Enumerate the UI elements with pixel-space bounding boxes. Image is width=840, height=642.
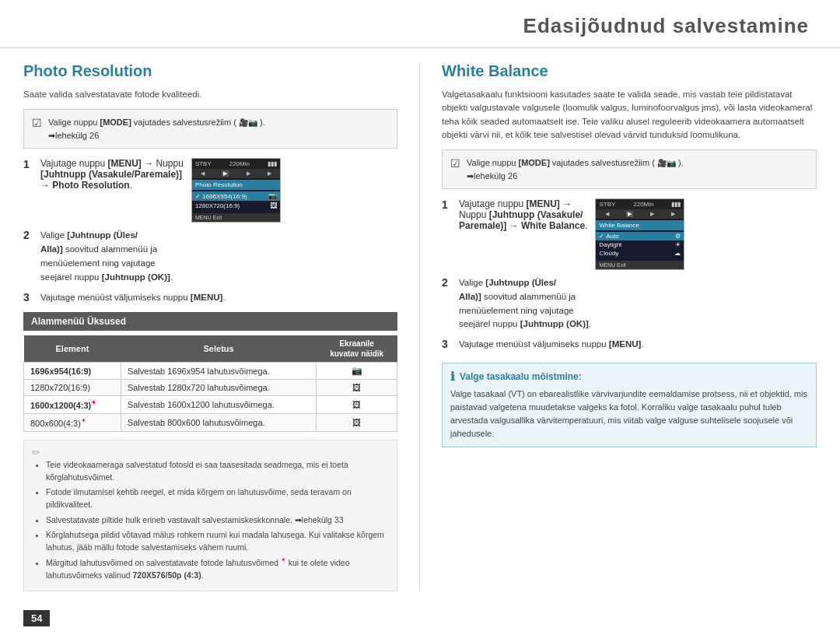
th-seletus: Seletus (121, 335, 316, 363)
camera-screen-photo-res: STBY 220Min ▮▮▮ ◀ ▶ ▶ ▶ Phot (191, 158, 281, 223)
checkmark-icon-right: ☑ (450, 157, 460, 170)
table-row: 1280x720(16:9) Salvestab 1280x720 lahutu… (24, 380, 397, 396)
wb-cam-menu-4: ▶ (671, 211, 675, 217)
td-seletus-1: Salvestab 1696x954 lahutusvõimega. (121, 363, 316, 380)
wb-step-3-num: 3 (442, 338, 453, 350)
submenu-heading: Alammenüü Üksused (23, 312, 397, 331)
wb-step-2: 2 Valige [Juhtnupp (Üles/ Alla)] soovitu… (442, 276, 817, 332)
cam-content: Photo Resolution ✓ 1696X954(16:9) 📷 1280… (192, 178, 280, 212)
left-note-text: Valige nuppu [MODE] vajutades salvestusr… (48, 116, 265, 142)
photo-resolution-title: Photo Resolution (23, 62, 397, 80)
bullet-item: Märgitud lahutusvõimed on salvestatavate… (46, 556, 389, 581)
wb-cam-menu-2: ▶ (626, 211, 633, 217)
bullet-notes: ✏ Teie videokaameraga salvestatud fotosi… (23, 440, 397, 591)
bullet-item: Kõrglahutsega pildid võtavad mälus rohke… (46, 528, 389, 554)
wb-cam-top-bar: STBY 220Min ▮▮▮ (596, 199, 684, 209)
white-balance-intro: Valgetasakaalu funktsiooni kasutades saa… (442, 88, 817, 142)
wb-cam-menu-3: ▶ (650, 211, 654, 217)
wb-cam-time: 220Min (633, 201, 653, 208)
wb-step-2-text: Valige [Juhtnupp (Üles/ Alla)] soovitud … (459, 276, 817, 332)
cam-option-1280: 1280X720(16:9) 🖼 (192, 201, 280, 210)
left-steps: 1 Vajutage nuppu [MENU] → Nuppu [Juhtnup… (23, 158, 397, 304)
wb-step-1: 1 Vajutage nuppu [MENU] → Nuppu [Juhtnup… (442, 198, 817, 270)
cam-time: 220Min (229, 160, 250, 167)
resolution-table: Element Seletus Ekraanilekuvatav näidik … (23, 335, 397, 431)
cam-option-1696: ✓ 1696X954(16:9) 📷 (192, 191, 280, 201)
wb-step-1-num: 1 (442, 198, 453, 211)
wb-step-3-text: Vajutage menüüst väljumiseks nuppu [MENU… (459, 338, 817, 352)
left-note-box: ☑ Valige nuppu [MODE] vajutades salvestu… (23, 109, 397, 149)
td-icon-4: 🖼 (317, 413, 397, 431)
wb-step-2-num: 2 (442, 276, 453, 289)
table-row: 800x600(4:3)✶ Salvestab 800x600 lahutusv… (24, 413, 397, 431)
right-note-box: ☑ Valige nuppu [MODE] vajutades salvestu… (442, 149, 817, 189)
col-left: Photo Resolution Saate valida salvestata… (23, 62, 420, 591)
th-element: Element (24, 335, 121, 363)
wb-cam-battery: ▮▮▮ (671, 201, 681, 208)
bullet-item: Teie videokaameraga salvestatud fotosid … (46, 458, 389, 484)
wb-cam-label: White Balance (596, 220, 684, 230)
cam-label-photo-res: Photo Resolution (192, 180, 280, 190)
bullet-list: Teie videokaameraga salvestatud fotosid … (46, 458, 389, 582)
white-balance-title: White Balance (442, 62, 817, 80)
col-right: White Balance Valgetasakaalu funktsiooni… (420, 62, 817, 591)
wb-option-cloudy: Cloudy ☁ (596, 249, 684, 258)
info-icon: ℹ (450, 370, 455, 384)
th-ekraan: Ekraanilekuvatav näidik (317, 335, 397, 363)
td-seletus-3: Salvestab 1600x1200 lahutusvõimega. (121, 396, 316, 414)
step-2: 2 Valige [Juhtnupp (Üles/ Alla)] soovitu… (23, 229, 397, 284)
wb-cam-content: White Balance ✓ Auto ⚙ Daylight ☀ (596, 219, 684, 259)
wb-cam-menu-bar: ◀ ▶ ▶ ▶ (596, 209, 684, 219)
note-icon: ✏ (32, 447, 40, 458)
step-1-content-wrap: Vajutage nuppu [MENU] → Nuppu [Juhtnupp … (40, 158, 281, 223)
td-element-1: 1696x954(16:9) (24, 363, 121, 380)
wb-cam-menu-1: ◀ (605, 211, 609, 217)
cam-exit: MENU Exit (192, 213, 280, 222)
wb-step-3: 3 Vajutage menüüst väljumiseks nuppu [ME… (442, 338, 817, 352)
page-container: Edasijõudnud salvestamine Photo Resoluti… (0, 0, 840, 642)
right-steps: 1 Vajutage nuppu [MENU] → Nuppu [Juhtnup… (442, 198, 817, 352)
info-title-text: Valge tasakaalu mõistmine: (460, 371, 582, 382)
step-1-num: 1 (23, 158, 34, 170)
info-title: ℹ Valge tasakaalu mõistmine: (450, 370, 808, 384)
step-1-text: Vajutage nuppu [MENU] → Nuppu [Juhtnupp … (40, 158, 184, 191)
td-seletus-2: Salvestab 1280x720 lahutusvõimega. (121, 380, 316, 396)
td-icon-2: 🖼 (317, 380, 397, 396)
page-number: 54 (23, 610, 50, 626)
table-row: 1696x954(16:9) Salvestab 1696x954 lahutu… (24, 363, 397, 380)
camera-screen-wb: STBY 220Min ▮▮▮ ◀ ▶ ▶ ▶ Whit (595, 198, 684, 270)
cam-menu-bar: ◀ ▶ ▶ ▶ (192, 169, 280, 178)
td-element-4: 800x600(4:3)✶ (24, 413, 121, 431)
cam-menu-4: ▶ (268, 170, 271, 177)
wb-cam-exit: MENU Exit (596, 261, 684, 269)
td-icon-1: 📷 (317, 363, 397, 380)
cam-menu-3: ▶ (247, 170, 250, 177)
step-2-text: Valige [Juhtnupp (Üles/ Alla)] soovitud … (40, 229, 397, 284)
td-icon-3: 🖼 (317, 396, 397, 414)
bullet-item: Salvestatavate piltide hulk erineb vasta… (46, 514, 389, 526)
white-balance-info-box: ℹ Valge tasakaalu mõistmine: Valge tasak… (442, 363, 817, 447)
cam-menu-2: ▶ (222, 170, 229, 177)
checkmark-icon: ☑ (32, 117, 42, 129)
step-1: 1 Vajutage nuppu [MENU] → Nuppu [Juhtnup… (23, 158, 397, 223)
cam-menu-1: ◀ (201, 170, 205, 177)
wb-option-auto: ✓ Auto ⚙ (596, 232, 684, 240)
step-3: 3 Vajutage menüüst väljumiseks nuppu [ME… (23, 291, 397, 305)
info-body-text: Valge tasakaal (VT) on ebarealistlike vä… (450, 388, 808, 440)
td-element-2: 1280x720(16:9) (24, 380, 121, 396)
cam-stby: STBY (195, 160, 212, 167)
td-element-3: 1600x1200(4:3)✶ (24, 396, 121, 414)
wb-step-1-content-wrap: Vajutage nuppu [MENU] → Nuppu [Juhtnupp … (459, 198, 684, 270)
photo-resolution-intro: Saate valida salvestatavate fotode kvali… (23, 88, 397, 101)
td-seletus-4: Salvestab 800x600 lahutusvõimega. (121, 413, 316, 431)
step-2-num: 2 (23, 229, 34, 241)
wb-option-daylight: Daylight ☀ (596, 240, 684, 249)
right-note-text: Valige nuppu [MODE] vajutades salvestusr… (467, 156, 684, 182)
cam-battery: ▮▮▮ (268, 160, 277, 167)
page-number-area: 54 (23, 610, 50, 626)
two-col-layout: Photo Resolution Saate valida salvestata… (0, 62, 840, 591)
bullet-item: Fotode ilmutamisel kehtib reegel, et mid… (46, 486, 389, 511)
table-row: 1600x1200(4:3)✶ Salvestab 1600x1200 lahu… (24, 396, 397, 414)
wb-step-1-text: Vajutage nuppu [MENU] → Nuppu [Juhtnupp … (459, 198, 587, 231)
wb-cam-stby: STBY (599, 201, 615, 208)
